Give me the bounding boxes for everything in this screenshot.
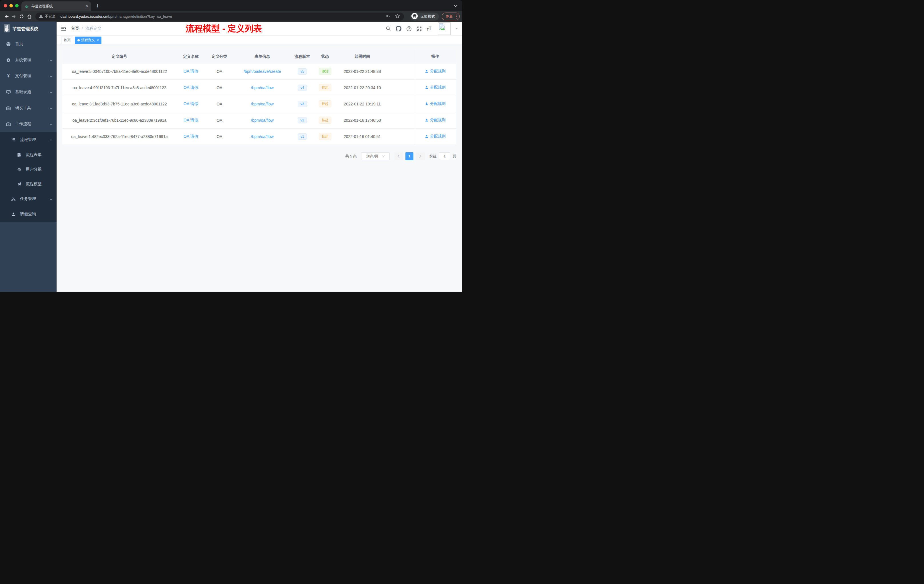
home-button[interactable]: [25, 13, 33, 20]
back-button[interactable]: [2, 13, 10, 20]
help-icon[interactable]: ?: [406, 26, 412, 31]
version-badge: v5: [298, 68, 307, 74]
form-link[interactable]: /bpm/oa/leave/create: [244, 69, 281, 74]
cell-category: OA: [205, 79, 234, 96]
assign-rule-link[interactable]: 分配规则: [425, 69, 446, 74]
goto-page-input[interactable]: [439, 152, 450, 160]
briefcase-icon: [6, 122, 11, 127]
definition-name-link[interactable]: OA 请假: [183, 134, 198, 139]
user-icon: [425, 102, 429, 106]
definition-name-link[interactable]: OA 请假: [183, 101, 198, 106]
sidebar-item-dev-tools[interactable]: 研发工具: [0, 100, 56, 116]
logo-title: 芋道管理系统: [13, 26, 38, 32]
status-badge: 挂起: [319, 133, 332, 140]
update-button[interactable]: 更新: [442, 13, 460, 20]
tag-process-definition[interactable]: 流程定义 ×: [75, 36, 101, 44]
assign-rule-link[interactable]: 分配规则: [425, 134, 446, 139]
toolbox-icon: [6, 106, 11, 111]
chevron-up-icon: [50, 122, 53, 126]
sidebar-item-leave-query[interactable]: 请假查询: [0, 206, 56, 222]
next-page-button[interactable]: [416, 152, 425, 160]
sidebar-item-process-model[interactable]: 流程模型: [0, 177, 56, 191]
cell-definition-id: oa_leave:5:004b710b-7b8a-11ec-8ef0-acde4…: [62, 63, 177, 79]
sidebar-item-home[interactable]: 首页: [0, 36, 56, 52]
bookmark-star-icon[interactable]: [395, 13, 400, 20]
font-size-icon[interactable]: TT: [427, 26, 431, 31]
browser-menu-dots-icon[interactable]: [456, 15, 457, 18]
sidebar-item-workflow[interactable]: 工作流程: [0, 116, 56, 132]
sidebar-item-payment[interactable]: ¥ 支付管理: [0, 68, 56, 84]
form-link[interactable]: /bpm/oa/flow: [251, 102, 274, 106]
tag-close-icon[interactable]: ×: [97, 39, 99, 42]
breadcrumb-home[interactable]: 首页: [71, 26, 79, 31]
browser-tab[interactable]: 芋道管理系统 ×: [21, 2, 91, 11]
search-icon[interactable]: [386, 26, 391, 31]
sidebar-item-label: 研发工具: [15, 106, 31, 111]
new-tab-button[interactable]: +: [96, 2, 99, 10]
url-separator: [58, 14, 58, 18]
definition-name-link[interactable]: OA 请假: [183, 69, 198, 73]
sidebar: 芋道管理系统 首页 系统管理 ¥ 支付管理: [0, 22, 56, 292]
browser-toolbar: 不安全 dashboard.yudao.iocoder.cn/bpm/manag…: [0, 11, 462, 22]
form-link[interactable]: /bpm/oa/flow: [251, 134, 274, 139]
cell-category: OA: [205, 112, 234, 128]
avatar-caret-down-icon[interactable]: [455, 28, 458, 31]
sidebar-item-process-form[interactable]: 流程表单: [0, 147, 56, 162]
main-area: 首页 / 流程定义 流程模型 - 定义列表 ?: [56, 22, 462, 292]
security-warning-icon[interactable]: [39, 14, 43, 19]
app-header: 首页 / 流程定义 流程模型 - 定义列表 ?: [56, 22, 462, 35]
breadcrumb: 首页 / 流程定义: [71, 26, 101, 31]
sidebar-item-infrastructure[interactable]: 基础设施: [0, 84, 56, 100]
minimize-window-button[interactable]: [10, 4, 13, 7]
tab-close-icon[interactable]: ×: [86, 4, 88, 8]
cell-deploy-time: 2022-01-16 01:40:51: [337, 128, 388, 145]
assign-rule-link[interactable]: 分配规则: [425, 85, 446, 90]
user-avatar-broken-image[interactable]: [438, 22, 450, 35]
cell-deploy-time: 2022-01-16 17:46:53: [337, 112, 388, 128]
definition-name-link[interactable]: OA 请假: [183, 85, 198, 90]
sidebar-item-task-management[interactable]: 任务管理: [0, 191, 56, 206]
user-icon: [425, 135, 429, 138]
svg-text:?: ?: [408, 27, 410, 30]
tag-label: 流程定义: [81, 38, 95, 43]
github-icon[interactable]: [396, 26, 401, 31]
assign-rule-link[interactable]: 分配规则: [425, 117, 446, 122]
cell-definition-id: oa_leave:2:3c1f0ef1-76b1-11ec-9c66-a2380…: [62, 112, 177, 128]
pagination: 共 5 条 10条/页 1: [62, 152, 456, 160]
zoom-window-button[interactable]: [15, 4, 18, 7]
status-badge: 挂起: [319, 117, 332, 124]
url-path: /bpm/manager/definition?key=oa_leave: [107, 14, 172, 18]
assign-rule-link[interactable]: 分配规则: [425, 101, 446, 106]
fullscreen-icon[interactable]: [417, 26, 422, 31]
tree-list-icon: [11, 137, 16, 142]
definition-name-link[interactable]: OA 请假: [183, 118, 198, 122]
yen-icon: ¥: [6, 73, 11, 79]
tag-home[interactable]: 首页: [61, 36, 73, 44]
form-link[interactable]: /bpm/oa/flow: [251, 118, 274, 122]
cell-spacer: [388, 128, 414, 145]
paper-plane-icon: [16, 182, 21, 186]
tab-search-chevron-icon[interactable]: [454, 3, 458, 8]
sidebar-item-system[interactable]: 系统管理: [0, 52, 56, 68]
logo-rabbit-avatar: [4, 24, 10, 34]
chevron-right-icon: [419, 155, 421, 158]
table-row: oa_leave:1:482ec033-762a-11ec-8477-a2380…: [62, 128, 456, 145]
form-link[interactable]: /bpm/oa/flow: [251, 86, 274, 90]
sidebar-item-process-management[interactable]: 流程管理: [0, 132, 56, 147]
close-window-button[interactable]: [4, 4, 7, 7]
reload-button[interactable]: [18, 13, 25, 20]
status-badge: 挂起: [319, 84, 332, 91]
chevron-down-icon: [50, 196, 53, 201]
sidebar-item-label: 流程管理: [20, 137, 36, 142]
sidebar-item-user-group[interactable]: 用户分组: [0, 162, 56, 177]
prev-page-button[interactable]: [394, 152, 403, 160]
sidebar-collapse-hamburger-icon[interactable]: [61, 26, 66, 31]
monitor-icon: [6, 90, 11, 94]
current-page-button[interactable]: 1: [406, 152, 413, 160]
page-size-select[interactable]: 10条/页: [361, 152, 390, 160]
password-key-icon[interactable]: [386, 13, 391, 20]
address-bar[interactable]: 不安全 dashboard.yudao.iocoder.cn/bpm/manag…: [35, 13, 404, 21]
col-operations: 操作: [414, 50, 456, 63]
forward-button[interactable]: [10, 13, 18, 20]
table-row: oa_leave:2:3c1f0ef1-76b1-11ec-9c66-a2380…: [62, 112, 456, 128]
